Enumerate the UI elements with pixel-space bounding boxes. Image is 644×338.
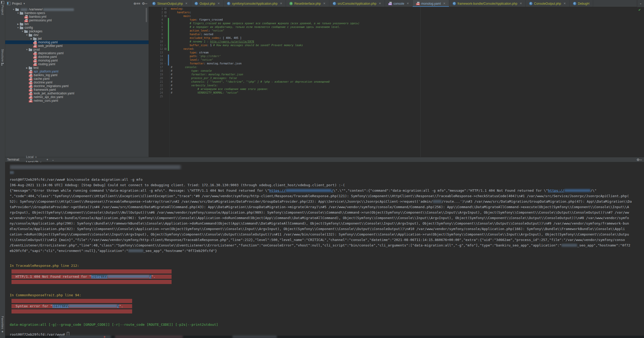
hidden-tabs-chevron-icon[interactable]: ⌄ <box>637 0 644 7</box>
close-icon[interactable]: ✕ <box>379 2 381 5</box>
collapse-all-icon[interactable]: ≡ <box>136 2 138 5</box>
editor-tab[interactable]: monolog.yaml✕ <box>413 0 449 7</box>
terminal-tab-chevron-icon[interactable]: ⌄ <box>50 158 56 161</box>
editor-tab[interactable]: DebugH <box>570 0 593 7</box>
yaml-file-icon <box>33 59 37 62</box>
tree-row[interactable]: lexik_jwt_authentication.yaml <box>5 92 149 95</box>
expand-all-icon[interactable]: ≡ <box>138 2 140 5</box>
tree-row[interactable]: ▼config <box>5 26 149 29</box>
chevron-expanded-icon[interactable]: ▼ <box>25 49 29 51</box>
tree-row[interactable]: nelmio_api_doc.yaml <box>5 95 149 99</box>
chevron-expanded-icon[interactable]: ▼ <box>12 8 15 11</box>
tree-row[interactable]: monolog.yaml <box>5 59 149 62</box>
yaml-file-icon <box>29 81 32 84</box>
tree-scrollbar[interactable] <box>146 8 147 22</box>
settings-icon[interactable]: ⚙ <box>142 2 145 5</box>
editor-tab[interactable]: ResetInterface.php✕ <box>286 0 329 7</box>
tree-row[interactable]: ▼prod <box>5 48 149 51</box>
close-icon[interactable]: ✕ <box>520 2 522 5</box>
new-terminal-tab-button[interactable]: + <box>44 158 50 161</box>
editor-tab[interactable]: StreamOutput.php✕ <box>149 0 191 7</box>
editor-tab[interactable]: symfony/console/Application.php✕ <box>224 0 286 7</box>
terminal-output[interactable]: root@0f72eb29fcfd:/var/www# bin/console … <box>5 162 644 336</box>
tree-row[interactable]: ▼dev <box>5 33 149 37</box>
tree-row[interactable]: bankiru_log.yaml <box>5 73 149 77</box>
tree-row[interactable]: cache.yaml <box>5 77 149 81</box>
tree-row[interactable]: ▼packages <box>5 29 149 33</box>
editor-tab[interactable]: ConsoleOutput.php✕ <box>526 0 570 7</box>
vcs-added-bar <box>168 36 169 40</box>
tree-item-label: bin <box>25 22 29 26</box>
line-number: 11 <box>149 44 163 47</box>
close-icon[interactable]: ✕ <box>280 2 282 5</box>
code-text: # почему 1 : http://yapro.ru/article/597… <box>171 40 254 44</box>
close-icon[interactable]: ✕ <box>407 2 409 5</box>
tree-row[interactable]: ▶test <box>5 66 149 70</box>
tree-row[interactable]: deprecations.yaml <box>5 51 149 55</box>
terminal-line: data-migration:all [-g|--group_code [GRO… <box>10 322 644 327</box>
code-line: 9 excluded_http_codes: [ 404, 405 ] <box>149 36 644 40</box>
tree-row[interactable]: monolog.yaml <box>5 40 149 44</box>
project-view-icon <box>7 2 10 5</box>
settings-icon[interactable]: ⚙ <box>636 158 640 162</box>
terminal-line <box>10 170 644 175</box>
tool-button-structure[interactable]: Structure <box>0 49 5 65</box>
close-icon[interactable]: ✕ <box>35 156 37 159</box>
code-text: # verbosity_levels: <box>171 84 218 87</box>
tree-row[interactable]: routing.yaml <box>5 62 149 66</box>
editor-tab[interactable]: framework-bundle/Console/Application.php… <box>449 0 526 7</box>
tree-row[interactable]: ▼ /var/www/ <box>5 8 149 11</box>
code-editor[interactable]: ✔ 1monolog:2 handlers:3 main:4 type: fin… <box>149 7 644 158</box>
chevron-down-icon[interactable]: ▼ <box>23 2 25 5</box>
tree-row[interactable]: ▶jwt <box>5 37 149 40</box>
tree-row[interactable]: doctrine.yaml <box>5 55 149 59</box>
fold-icon[interactable] <box>165 8 166 10</box>
tree-row[interactable]: nelmio_cors.yaml <box>5 99 149 102</box>
chevron-expanded-icon[interactable]: ▼ <box>25 34 29 36</box>
tree-row[interactable]: framework.yaml <box>5 88 149 92</box>
chevron-expanded-icon[interactable]: ▼ <box>16 27 20 29</box>
tree-row[interactable]: bamboo.yml <box>5 15 149 19</box>
tree-row[interactable]: web_profiler.yaml <box>5 44 149 48</box>
chevron-collapsed-icon[interactable]: ▶ <box>25 67 29 69</box>
tree-row[interactable]: doctrine.yaml <box>5 81 149 84</box>
close-icon[interactable]: ✕ <box>323 2 325 5</box>
tree-item-label: routing.yaml <box>38 62 55 66</box>
fold-icon[interactable] <box>165 11 166 13</box>
chevron-expanded-icon[interactable]: ▼ <box>21 30 24 33</box>
tree-item-label: cache.yaml <box>34 77 50 81</box>
editor-tab[interactable]: src/Console/Application.php✕ <box>329 0 385 7</box>
hide-icon[interactable]: ─ <box>145 2 147 5</box>
terminal-line: w/vendor/symfony/framework-bundle/Consol… <box>10 215 644 221</box>
tree-row[interactable]: permissions.yml <box>5 19 149 22</box>
hide-icon[interactable]: ─ <box>640 158 642 162</box>
editor-tab[interactable]: console✕ <box>385 0 413 7</box>
chevron-expanded-icon[interactable]: ▼ <box>16 12 20 14</box>
project-tool-icon <box>1 1 4 4</box>
redacted-blur <box>69 304 117 307</box>
code-text: formatter: monolog.formatter.json <box>171 62 242 65</box>
close-icon[interactable]: ✕ <box>218 2 220 5</box>
class-icon <box>333 2 336 5</box>
fold-icon[interactable] <box>165 48 166 50</box>
locate-icon[interactable]: ⊕ <box>133 2 136 5</box>
project-panel-title[interactable]: Project <box>12 2 22 5</box>
terminal-tab[interactable]: Local✕ <box>24 154 44 160</box>
tree-row[interactable]: doctrine_migrations.yaml <box>5 84 149 88</box>
editor-tab[interactable]: Output.php✕ <box>191 0 224 7</box>
close-icon[interactable]: ✕ <box>563 2 566 5</box>
fold-icon[interactable] <box>165 15 166 17</box>
chevron-collapsed-icon[interactable]: ▶ <box>30 38 33 40</box>
close-icon[interactable]: ✕ <box>443 2 446 5</box>
tree-row[interactable]: ▶bin <box>5 22 149 26</box>
tool-button-project[interactable]: Project <box>0 1 5 15</box>
close-icon[interactable]: ✕ <box>185 2 188 5</box>
tool-button-favorites[interactable]: Favorites ★ <box>0 316 5 333</box>
vcs-added-bar <box>168 44 169 47</box>
line-number: 13 <box>149 51 163 55</box>
tree-row[interactable]: api_platform.yaml <box>5 70 149 73</box>
chevron-collapsed-icon[interactable]: ▶ <box>16 23 20 25</box>
tree-row[interactable]: ▼bamboo-specs <box>5 11 149 15</box>
code-line: 22# verbosity_levels: <box>149 84 644 87</box>
redacted-blur <box>128 249 143 252</box>
